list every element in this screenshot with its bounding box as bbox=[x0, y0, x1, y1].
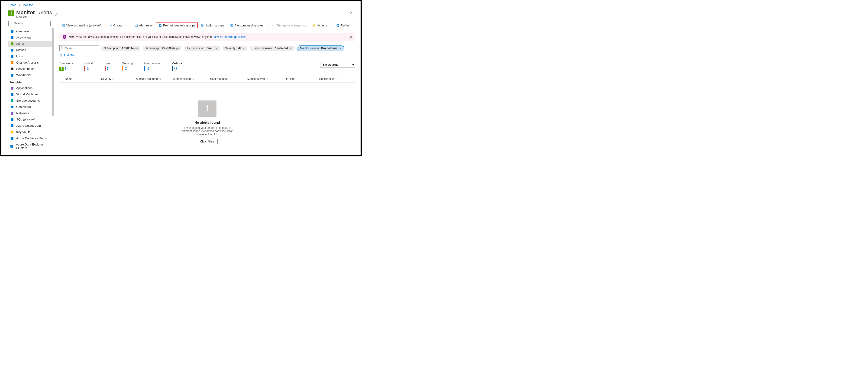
sidebar-item-azure-cosmos-db[interactable]: Azure Cosmos DB bbox=[8, 123, 54, 129]
stat-informational[interactable]: Informational0 bbox=[144, 62, 160, 71]
empty-title: No alerts found bbox=[194, 120, 220, 124]
sort-icon: ↑↓ bbox=[229, 78, 231, 80]
stat-warning[interactable]: Warning0 bbox=[122, 62, 132, 71]
sidebar-item-virtual-machines[interactable]: Virtual Machines bbox=[8, 91, 54, 97]
sidebar-item-activity-log[interactable]: Activity log bbox=[8, 34, 54, 41]
nav-label: Metrics bbox=[16, 48, 26, 52]
info-banner: ✦ New: View alerts visualized on a timel… bbox=[59, 33, 355, 41]
sidebar-item-azure-cache-for-redis[interactable]: Azure Cache for Redis bbox=[8, 135, 54, 141]
actions-dropdown[interactable]: ⚡ Actions ⌄ bbox=[310, 23, 333, 28]
col-affected-resource[interactable]: Affected resource↑↓ bbox=[136, 77, 173, 81]
stats-row: Total alerts❕0Critical0Error0Warning0Inf… bbox=[59, 62, 355, 71]
view-timeline-button[interactable]: View as timeline (preview) bbox=[59, 23, 104, 28]
filter-subscription-[interactable]: Subscription : ACME Telco bbox=[101, 46, 141, 51]
stat-error[interactable]: Error0 bbox=[105, 62, 111, 71]
sidebar-item-applications[interactable]: Applications bbox=[8, 85, 54, 91]
sidebar-item-containers[interactable]: Containers bbox=[8, 104, 54, 110]
key-icon bbox=[10, 130, 14, 134]
svg-point-30 bbox=[231, 25, 232, 26]
col-fire-time[interactable]: Fire time↑↓ bbox=[284, 77, 319, 81]
col-severity[interactable]: Severity↑↓ bbox=[101, 77, 136, 81]
vm-icon bbox=[10, 93, 14, 96]
scrollbar[interactable] bbox=[52, 28, 54, 116]
nav-label: Workbooks bbox=[16, 73, 31, 77]
refresh-button[interactable]: Refresh bbox=[334, 23, 354, 28]
svg-rect-7 bbox=[11, 61, 13, 64]
add-filter-button[interactable]: Add filter bbox=[59, 54, 75, 57]
sidebar-item-networks[interactable]: Networks bbox=[8, 110, 54, 116]
col-monitor-service[interactable]: Monitor service↑↓ bbox=[247, 77, 284, 81]
svg-rect-22 bbox=[135, 24, 137, 27]
nav-label: Logs bbox=[16, 55, 23, 58]
sidebar-item-key-vaults[interactable]: Key Vaults bbox=[8, 129, 54, 135]
nav-label: Applications bbox=[16, 86, 32, 90]
stat-total-alerts[interactable]: Total alerts❕0 bbox=[59, 62, 73, 71]
svg-rect-4 bbox=[11, 42, 13, 45]
nav-label: SQL (preview) bbox=[16, 118, 35, 121]
change-user-response-button: ✓ Change user response bbox=[270, 23, 309, 28]
banner-timeline-link[interactable]: View as timeline (preview) bbox=[213, 35, 246, 38]
empty-text: Try changing your search or choose a dif… bbox=[182, 126, 233, 136]
vendor-label: Microsoft bbox=[16, 15, 52, 18]
no-alerts-icon: ! bbox=[198, 100, 216, 117]
sidebar-item-workbooks[interactable]: Workbooks bbox=[8, 72, 54, 78]
filter-resource-name-[interactable]: Resource name : 2 selected✕ bbox=[250, 46, 295, 51]
nav-label: Networks bbox=[16, 112, 29, 115]
breadcrumb-monitor[interactable]: Monitor bbox=[23, 3, 33, 7]
sidebar-item-metrics[interactable]: Metrics bbox=[8, 47, 54, 53]
svg-rect-27 bbox=[203, 24, 204, 25]
col-subscription[interactable]: Subscription↑↓ bbox=[319, 77, 347, 81]
grouping-select[interactable]: No grouping bbox=[320, 62, 355, 68]
sidebar-item-service-health[interactable]: Service health bbox=[8, 66, 54, 72]
prometheus-rule-groups-button[interactable]: Prometheus rule groups bbox=[156, 23, 198, 28]
filter-row: Subscription : ACME TelcoTime range : Pa… bbox=[59, 45, 355, 57]
breadcrumb-sep: > bbox=[19, 3, 21, 7]
svg-rect-28 bbox=[202, 26, 203, 27]
alert-rules-button[interactable]: Alert rules bbox=[132, 23, 155, 28]
processing-icon bbox=[230, 24, 233, 27]
action-groups-button[interactable]: Action groups bbox=[199, 23, 227, 28]
col-user-response[interactable]: User response↑↓ bbox=[210, 77, 247, 81]
banner-close-icon[interactable]: ✕ bbox=[350, 35, 352, 38]
redis-icon bbox=[10, 137, 14, 140]
stat-verbose[interactable]: Verbose0 bbox=[172, 62, 182, 71]
alerts-search[interactable] bbox=[59, 45, 99, 51]
sidebar-item-overview[interactable]: Overview bbox=[8, 28, 54, 34]
stat-critical[interactable]: Critical0 bbox=[85, 62, 93, 71]
close-button[interactable]: ✕ bbox=[349, 9, 353, 16]
filter-icon bbox=[59, 54, 63, 57]
network-icon bbox=[10, 112, 14, 115]
empty-state: ! No alerts found Try changing your sear… bbox=[59, 83, 355, 155]
check-icon: ✓ bbox=[272, 24, 275, 27]
sort-icon: ↑↓ bbox=[267, 78, 269, 80]
sort-icon: ↑↓ bbox=[192, 78, 194, 80]
nav-label: Virtual Machines bbox=[16, 93, 38, 96]
pin-icon[interactable] bbox=[55, 12, 58, 15]
filter-alert-condition-[interactable]: Alert condition : Fired✕ bbox=[184, 46, 220, 51]
sidebar-search[interactable] bbox=[8, 21, 51, 26]
remove-filter-icon[interactable]: ✕ bbox=[215, 47, 217, 50]
col-name[interactable]: Name↑↓ bbox=[59, 77, 101, 81]
more-menu[interactable]: ··· bbox=[60, 12, 64, 16]
filter-severity-[interactable]: Severity : all✕ bbox=[222, 46, 248, 51]
remove-filter-icon[interactable]: ✕ bbox=[243, 47, 245, 50]
filter-monitor-service-[interactable]: Monitor service : Prometheus✕ bbox=[297, 45, 344, 51]
sidebar-item-sql-preview-[interactable]: SQL (preview) bbox=[8, 116, 54, 123]
breadcrumb-home[interactable]: Home bbox=[8, 3, 17, 7]
clear-filters-button[interactable]: Clear filters bbox=[197, 139, 218, 144]
sidebar-item-logs[interactable]: Logs bbox=[8, 53, 54, 59]
remove-filter-icon[interactable]: ✕ bbox=[290, 47, 292, 50]
remove-filter-icon[interactable]: ✕ bbox=[339, 47, 341, 50]
sidebar-item-azure-data-explorer-clusters[interactable]: Azure Data Explorer Clusters bbox=[8, 141, 54, 151]
filter-time-range-[interactable]: Time range : Past 30 days bbox=[143, 46, 181, 51]
svg-rect-3 bbox=[11, 36, 13, 39]
chevron-down-icon: ⌄ bbox=[328, 24, 331, 27]
collapse-sidebar-icon[interactable]: ≪ bbox=[53, 22, 56, 25]
col-alert-condition[interactable]: Alert condition↑↓ bbox=[173, 77, 210, 81]
create-button[interactable]: + Create ⌄ bbox=[108, 23, 128, 28]
sidebar-item-alerts[interactable]: Alerts bbox=[8, 41, 54, 47]
alert-processing-rules-button[interactable]: Alert processing rules bbox=[227, 23, 266, 28]
sidebar-item-storage-accounts[interactable]: Storage accounts bbox=[8, 97, 54, 104]
sidebar-item-change-analysis[interactable]: Change Analysis bbox=[8, 59, 54, 66]
nav-label: Azure Cache for Redis bbox=[16, 136, 46, 140]
